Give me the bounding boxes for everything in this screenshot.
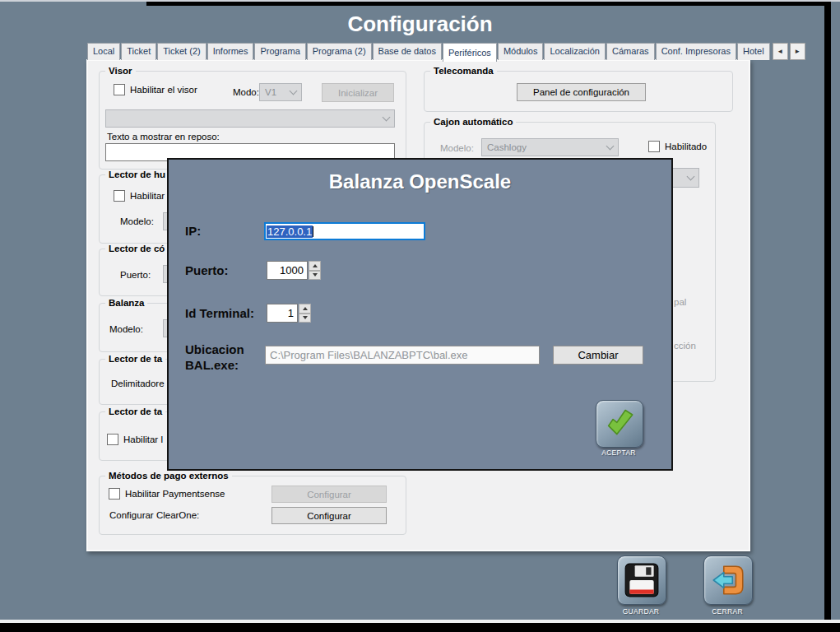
dialog-title: Balanza OpenScale (169, 170, 671, 193)
ip-input[interactable]: 127.0.0.1 (264, 222, 425, 240)
check-icon (601, 406, 638, 442)
lector-codigo-group-title: Lector de có (105, 244, 168, 253)
tab-programa[interactable]: Programa (254, 43, 305, 60)
floppy-disk-icon (623, 561, 661, 599)
id-terminal-stepper-buttons (299, 304, 311, 323)
metodos-pago-group (99, 476, 406, 535)
tab-camaras[interactable]: Cámaras (606, 43, 655, 60)
spin-down-button[interactable] (299, 314, 311, 323)
hidden-label-fragment-principal: pal (674, 297, 686, 307)
spin-up-icon (313, 264, 318, 267)
ubicacion-input[interactable]: C:\Program Files\BALANZABPTC\bal.exe (265, 346, 540, 365)
visor-device-select (105, 109, 395, 128)
habilitar-visor-row: Habilitar el visor (114, 84, 197, 95)
tab-ticket[interactable]: Ticket (121, 43, 156, 60)
cambiar-button[interactable]: Cambiar (553, 346, 643, 365)
puerto-stepper: 1000 (267, 261, 321, 280)
right-black-border (824, 2, 831, 620)
spin-up-button[interactable] (299, 304, 311, 314)
inicializar-button: Inicializar (322, 83, 394, 102)
cajon-modelo-select: Cashlogy (481, 138, 619, 156)
configurar-paymentsense-button: Configurar (271, 486, 387, 503)
codigo-puerto-label: Puerto: (120, 270, 151, 280)
chevron-down-icon (383, 114, 391, 122)
tab-ticket-2[interactable]: Ticket (2) (157, 43, 206, 60)
habilitar-huellas-label: Habilitar e (130, 191, 173, 201)
habilitar-lector-row: Habilitar l (107, 434, 163, 445)
tab-scroll-right-button[interactable]: ► (790, 43, 805, 60)
spin-down-icon (313, 273, 318, 276)
habilitar-paymentsense-row: Habilitar Paymentsense (109, 488, 225, 500)
tab-local[interactable]: Local (87, 43, 120, 60)
id-terminal-stepper-input[interactable]: 1 (267, 304, 298, 323)
huellas-modelo-label: Modelo: (120, 216, 154, 226)
habilitado-row: Habilitado (648, 141, 707, 152)
balanza-openscale-dialog: Balanza OpenScale IP: 127.0.0.1 Puerto: … (167, 158, 673, 471)
habilitar-huellas-checkbox[interactable] (114, 190, 125, 202)
aceptar-button[interactable] (596, 400, 643, 448)
text-caret (313, 226, 313, 237)
habilitar-huellas-row: Habilitar e (114, 190, 173, 202)
bottom-black-border (0, 623, 840, 632)
modo-select: V1 (259, 83, 302, 101)
id-terminal-stepper: 1 (267, 304, 311, 323)
habilitado-checkbox[interactable] (648, 141, 660, 152)
lector-huellas-group-title: Lector de hu (105, 170, 169, 179)
tab-base-de-datos[interactable]: Base de datos (373, 43, 442, 60)
guardar-button-label: GUARDAR (612, 607, 670, 616)
metodos-pago-group-title: Métodos de pago externos (105, 471, 232, 481)
habilitar-visor-label: Habilitar el visor (130, 85, 197, 95)
spin-down-icon (303, 316, 308, 319)
ip-input-selected-text: 127.0.0.1 (267, 225, 313, 238)
habilitar-lector-checkbox[interactable] (107, 434, 118, 445)
cajon-modelo-label: Modelo: (440, 143, 474, 153)
balanza-group-title: Balanza (105, 298, 147, 308)
ubicacion-label: Ubicacion BAL.exe: (185, 342, 261, 374)
habilitar-visor-checkbox[interactable] (114, 84, 125, 95)
delimitadores-label: Delimitadore (111, 379, 165, 388)
puerto-stepper-input[interactable]: 1000 (267, 261, 308, 280)
arrow-right-icon: ► (794, 48, 801, 55)
tab-informes[interactable]: Informes (207, 43, 254, 60)
aceptar-button-label: ACEPTAR (592, 448, 646, 457)
hidden-label-fragment-seleccion: cción (674, 341, 696, 351)
panel-configuracion-button[interactable]: Panel de configuración (517, 83, 646, 101)
configuration-screen: Configuración Local Ticket Ticket (2) In… (0, 0, 840, 632)
lector-tarjetas-1-group-title: Lector de ta (105, 354, 165, 364)
modo-label: Modo: (233, 87, 259, 97)
tab-perifericos[interactable]: Periféricos (443, 43, 497, 62)
configurar-clearone-label: Configurar ClearOne: (109, 510, 199, 520)
puerto-stepper-buttons (309, 261, 321, 280)
cerrar-button-label: CERRAR (698, 607, 756, 616)
habilitar-paymentsense-checkbox[interactable] (109, 488, 120, 500)
configurar-clearone-button[interactable]: Configurar (271, 507, 387, 524)
tab-modulos[interactable]: Módulos (498, 43, 544, 60)
spin-down-button[interactable] (309, 271, 321, 281)
id-terminal-label: Id Terminal: (185, 306, 254, 322)
ip-label: IP: (185, 224, 201, 239)
cajon-modelo-select-value: Cashlogy (487, 142, 527, 152)
texto-reposo-label: Texto a mostrar en reposo: (107, 132, 220, 142)
cajon-automatico-group-title: Cajon automático (430, 117, 516, 127)
chevron-down-icon (606, 142, 615, 151)
top-black-border (146, 2, 826, 6)
chevron-down-icon (687, 173, 695, 181)
spin-up-button[interactable] (309, 261, 321, 271)
tab-scroll-left-button[interactable]: ◄ (773, 43, 788, 60)
tab-hotel[interactable]: Hotel (737, 43, 770, 60)
page-title: Configuración (0, 12, 840, 37)
lector-tarjetas-2-group-title: Lector de ta (105, 407, 165, 416)
habilitado-label: Habilitado (665, 142, 707, 151)
tab-programa-2[interactable]: Programa (2) (307, 43, 372, 60)
habilitar-paymentsense-label: Habilitar Paymentsense (125, 489, 225, 499)
chevron-down-icon (290, 87, 298, 95)
modo-select-value: V1 (265, 87, 276, 97)
puerto-label: Puerto: (185, 263, 229, 279)
tab-conf-impresoras[interactable]: Conf. Impresoras (656, 43, 736, 60)
guardar-button[interactable] (617, 555, 666, 605)
balanza-modelo-label: Modelo: (109, 324, 143, 334)
tab-strip: Local Ticket Ticket (2) Informes Program… (87, 43, 805, 60)
tab-localizacion[interactable]: Localización (544, 43, 606, 60)
arrow-left-icon: ◄ (777, 48, 783, 55)
cerrar-button[interactable] (703, 555, 753, 605)
